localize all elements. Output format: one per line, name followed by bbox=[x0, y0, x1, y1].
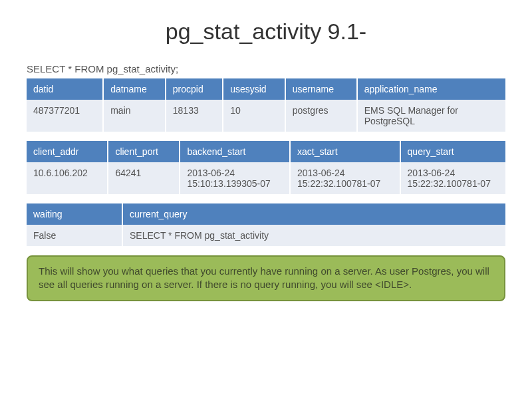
cell: main bbox=[103, 100, 166, 132]
col-header: client_port bbox=[108, 141, 180, 162]
slide-title: pg_stat_activity 9.1- bbox=[27, 19, 505, 45]
cell: 2013-06-24 15:22:32.100781-07 bbox=[290, 162, 400, 194]
table-header-row: datid datname procpid usesysid username … bbox=[27, 78, 505, 100]
cell: EMS SQL Manager for PostgreSQL bbox=[357, 100, 505, 132]
col-header: datid bbox=[27, 78, 103, 100]
col-header: waiting bbox=[27, 203, 122, 225]
col-header: backend_start bbox=[180, 141, 290, 162]
cell: postgres bbox=[285, 100, 357, 132]
cell: 10.6.106.202 bbox=[27, 162, 108, 194]
cell: 487377201 bbox=[27, 100, 103, 132]
table-row: 10.6.106.202 64241 2013-06-24 15:10:13.1… bbox=[27, 162, 505, 194]
sql-query-label: SELECT * FROM pg_stat_activity; bbox=[27, 63, 505, 74]
result-table-1: datid datname procpid usesysid username … bbox=[27, 78, 505, 132]
cell: SELECT * FROM pg_stat_activity bbox=[122, 225, 505, 246]
col-header: xact_start bbox=[290, 141, 400, 162]
cell: 10 bbox=[223, 100, 285, 132]
col-header: usesysid bbox=[223, 78, 285, 100]
col-header: query_start bbox=[400, 141, 505, 162]
col-header: datname bbox=[103, 78, 166, 100]
cell: 64241 bbox=[108, 162, 180, 194]
cell: False bbox=[27, 225, 122, 246]
col-header: client_addr bbox=[27, 141, 108, 162]
col-header: procpid bbox=[166, 78, 223, 100]
cell: 18133 bbox=[166, 100, 223, 132]
table-header-row: client_addr client_port backend_start xa… bbox=[27, 141, 505, 162]
table-header-row: waiting current_query bbox=[27, 203, 505, 225]
explanation-note: This will show you what queries that you… bbox=[27, 255, 505, 301]
result-table-3: waiting current_query False SELECT * FRO… bbox=[27, 203, 505, 246]
col-header: username bbox=[285, 78, 357, 100]
cell: 2013-06-24 15:22:32.100781-07 bbox=[400, 162, 505, 194]
cell: 2013-06-24 15:10:13.139305-07 bbox=[180, 162, 290, 194]
col-header: current_query bbox=[122, 203, 505, 225]
table-row: False SELECT * FROM pg_stat_activity bbox=[27, 225, 505, 246]
result-table-2: client_addr client_port backend_start xa… bbox=[27, 141, 505, 194]
col-header: application_name bbox=[357, 78, 505, 100]
table-row: 487377201 main 18133 10 postgres EMS SQL… bbox=[27, 100, 505, 132]
